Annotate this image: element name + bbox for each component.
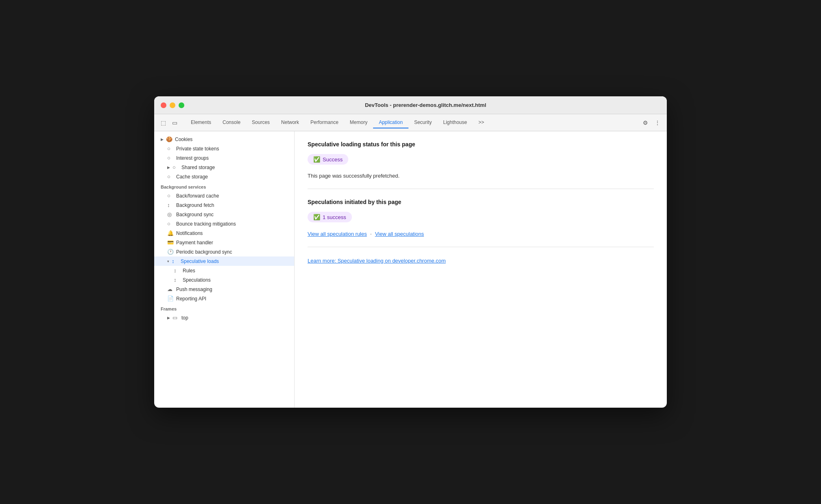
sidebar-item-shared-storage[interactable]: ▶ ○ Shared storage bbox=[154, 163, 294, 172]
inspect-icon[interactable]: ⬚ bbox=[159, 119, 167, 127]
sidebar-item-reporting-api[interactable]: 📄 Reporting API bbox=[154, 294, 294, 303]
chevron-down-icon: ▾ bbox=[167, 259, 169, 263]
sidebar-label-top-frame: top bbox=[181, 315, 188, 321]
clock-icon: 🕐 bbox=[167, 249, 174, 255]
devtools-window: DevTools - prerender-demos.glitch.me/nex… bbox=[154, 96, 667, 408]
sidebar-item-cookies[interactable]: ▶ 🍪 Cookies bbox=[154, 135, 294, 144]
toolbar-icon-group: ⬚ ▭ bbox=[159, 119, 179, 127]
sidebar-item-notifications[interactable]: 🔔 Notifications bbox=[154, 228, 294, 238]
tab-application[interactable]: Application bbox=[373, 117, 408, 128]
sidebar: ▶ 🍪 Cookies ○ Private state tokens ○ Int… bbox=[154, 131, 295, 408]
sidebar-label-payment-handler: Payment handler bbox=[176, 240, 213, 245]
sidebar-section-frames: Frames bbox=[154, 303, 294, 313]
checkmark-icon: ✅ bbox=[313, 156, 320, 163]
circle-icon: ◎ bbox=[167, 211, 174, 217]
speculative-loading-title: Speculative loading status for this page bbox=[308, 141, 654, 148]
sidebar-label-bounce-tracking: Bounce tracking mitigations bbox=[176, 221, 236, 227]
sidebar-label-speculations: Speculations bbox=[183, 277, 211, 283]
speculations-initiated-title: Speculations initiated by this page bbox=[308, 199, 654, 205]
maximize-button[interactable] bbox=[179, 102, 184, 108]
sidebar-section-background: Background services bbox=[154, 181, 294, 191]
tab-more[interactable]: >> bbox=[473, 117, 490, 128]
db-icon-2: ○ bbox=[167, 155, 174, 161]
learn-more-section: Learn more: Speculative loading on devel… bbox=[308, 257, 654, 274]
sidebar-label-periodic-bg-sync: Periodic background sync bbox=[176, 249, 232, 255]
sidebar-label-private-state-tokens: Private state tokens bbox=[176, 146, 219, 152]
db-icon-6: ○ bbox=[167, 221, 174, 227]
sidebar-label-background-sync: Background sync bbox=[176, 212, 214, 217]
sidebar-label-cache-storage: Cache storage bbox=[176, 174, 208, 180]
speculative-loading-status-section: Speculative loading status for this page… bbox=[308, 141, 654, 189]
tab-network[interactable]: Network bbox=[275, 117, 305, 128]
sidebar-item-back-forward-cache[interactable]: ○ Back/forward cache bbox=[154, 191, 294, 200]
checkmark-icon-2: ✅ bbox=[313, 214, 320, 220]
speculation-links: View all speculation rules · View all sp… bbox=[308, 230, 654, 237]
toolbar-tabs: Elements Console Sources Network Perform… bbox=[185, 117, 639, 128]
sidebar-item-speculative-loads[interactable]: ▾ ↕ Speculative loads bbox=[154, 256, 294, 266]
tab-performance[interactable]: Performance bbox=[305, 117, 344, 128]
sidebar-item-background-fetch[interactable]: ↕ Background fetch bbox=[154, 200, 294, 210]
close-button[interactable] bbox=[161, 102, 166, 108]
sidebar-label-background-fetch: Background fetch bbox=[176, 202, 214, 208]
speculations-badge: ✅ 1 success bbox=[308, 212, 352, 222]
title-bar: DevTools - prerender-demos.glitch.me/nex… bbox=[154, 96, 667, 114]
db-icon: ○ bbox=[167, 146, 174, 152]
sidebar-item-rules[interactable]: ↕ Rules bbox=[154, 266, 294, 275]
badge-label: Success bbox=[323, 156, 343, 163]
sidebar-item-cache-storage[interactable]: ○ Cache storage bbox=[154, 172, 294, 181]
sidebar-label-speculative-loads: Speculative loads bbox=[181, 259, 219, 264]
sidebar-label-rules: Rules bbox=[183, 268, 195, 274]
main-content: ▶ 🍪 Cookies ○ Private state tokens ○ Int… bbox=[154, 131, 667, 408]
db-icon-5: ○ bbox=[167, 193, 174, 199]
sidebar-label-interest-groups: Interest groups bbox=[176, 155, 209, 161]
sidebar-item-bounce-tracking[interactable]: ○ Bounce tracking mitigations bbox=[154, 219, 294, 228]
status-description: This page was successfully prefetched. bbox=[308, 173, 654, 179]
more-icon[interactable]: ⋮ bbox=[653, 118, 662, 127]
learn-more-link[interactable]: Learn more: Speculative loading on devel… bbox=[308, 258, 446, 264]
minimize-button[interactable] bbox=[170, 102, 175, 108]
speculations-badge-label: 1 success bbox=[323, 214, 346, 220]
arrow-icon-4: ↕ bbox=[174, 277, 180, 283]
tab-lighthouse[interactable]: Lighthouse bbox=[437, 117, 473, 128]
chevron-right-icon-3: ▶ bbox=[167, 316, 170, 320]
sidebar-label-reporting-api: Reporting API bbox=[176, 296, 206, 302]
arrow-icon-3: ↕ bbox=[174, 267, 180, 274]
toolbar: ⬚ ▭ Elements Console Sources Network Per… bbox=[154, 114, 667, 131]
chevron-right-icon: ▶ bbox=[161, 137, 164, 141]
sidebar-item-background-sync[interactable]: ◎ Background sync bbox=[154, 210, 294, 219]
separator: · bbox=[370, 230, 372, 237]
tab-sources[interactable]: Sources bbox=[246, 117, 275, 128]
sidebar-label-shared-storage: Shared storage bbox=[181, 165, 215, 170]
sidebar-item-periodic-bg-sync[interactable]: 🕐 Periodic background sync bbox=[154, 247, 294, 256]
chevron-right-icon-2: ▶ bbox=[167, 165, 170, 169]
sidebar-item-push-messaging[interactable]: ☁ Push messaging bbox=[154, 285, 294, 294]
tab-console[interactable]: Console bbox=[217, 117, 246, 128]
file-icon: 📄 bbox=[167, 295, 174, 302]
settings-icon[interactable]: ⚙ bbox=[641, 118, 650, 127]
tab-elements[interactable]: Elements bbox=[185, 117, 217, 128]
bell-icon: 🔔 bbox=[167, 230, 174, 236]
device-icon[interactable]: ▭ bbox=[170, 119, 179, 127]
sidebar-label-push-messaging: Push messaging bbox=[176, 287, 212, 292]
panel: Speculative loading status for this page… bbox=[295, 131, 667, 408]
cookie-icon: 🍪 bbox=[166, 136, 172, 142]
db-icon-3: ○ bbox=[172, 164, 179, 170]
frame-icon: ▭ bbox=[172, 315, 179, 321]
sidebar-label-notifications: Notifications bbox=[176, 230, 203, 236]
view-all-speculation-rules-link[interactable]: View all speculation rules bbox=[308, 231, 367, 237]
sidebar-item-top-frame[interactable]: ▶ ▭ top bbox=[154, 313, 294, 322]
sidebar-item-payment-handler[interactable]: 💳 Payment handler bbox=[154, 238, 294, 247]
sidebar-item-speculations[interactable]: ↕ Speculations bbox=[154, 275, 294, 285]
success-badge: ✅ Success bbox=[308, 154, 348, 165]
toolbar-right: ⚙ ⋮ bbox=[641, 118, 662, 127]
view-all-speculations-link[interactable]: View all speculations bbox=[375, 231, 424, 237]
db-icon-4: ○ bbox=[167, 174, 174, 180]
tab-security[interactable]: Security bbox=[408, 117, 437, 128]
sidebar-item-private-state-tokens[interactable]: ○ Private state tokens bbox=[154, 144, 294, 153]
traffic-lights bbox=[161, 102, 184, 108]
sidebar-item-interest-groups[interactable]: ○ Interest groups bbox=[154, 153, 294, 163]
cloud-icon: ☁ bbox=[167, 286, 174, 292]
card-icon: 💳 bbox=[167, 239, 174, 245]
tab-memory[interactable]: Memory bbox=[344, 117, 373, 128]
arrow-icon-2: ↕ bbox=[172, 258, 178, 264]
